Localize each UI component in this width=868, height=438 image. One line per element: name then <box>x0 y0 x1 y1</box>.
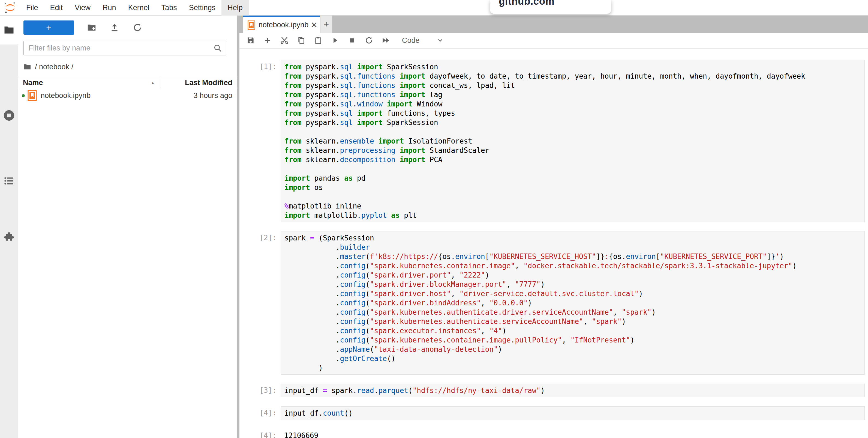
home-folder-icon[interactable] <box>23 62 32 71</box>
folder-icon <box>2 24 16 36</box>
code-cell: [3]:input_df = spark.read.parquet("hdfs:… <box>240 384 868 397</box>
breadcrumb[interactable]: / notebook / <box>18 61 237 72</box>
menu-tabs[interactable]: Tabs <box>155 0 183 16</box>
breadcrumb-path[interactable]: / notebook / <box>35 63 73 71</box>
cell-editor[interactable]: from pyspark.sql import SparkSessionfrom… <box>281 60 865 222</box>
notebook-toolbar: Code <box>240 33 868 49</box>
sidebar-item-table-of-contents[interactable] <box>2 174 16 187</box>
tab-title: notebook.ipynb <box>258 21 308 29</box>
browser-popup: github.com <box>490 0 611 13</box>
execution-prompt: [1]: <box>240 60 281 71</box>
upload-icon[interactable] <box>109 22 120 33</box>
jupyter-logo-icon <box>4 1 17 14</box>
menu-kernel[interactable]: Kernel <box>122 0 155 16</box>
menu-help[interactable]: Help <box>221 0 249 16</box>
restart-kernel-icon[interactable] <box>364 35 374 45</box>
menu-settings[interactable]: Settings <box>183 0 222 16</box>
file-list-item[interactable]: notebook.ipynb 3 hours ago <box>18 89 237 102</box>
stop-icon[interactable] <box>347 35 357 45</box>
menu-run[interactable]: Run <box>96 0 122 16</box>
code-cell: [4]:input_df.count() <box>240 406 868 420</box>
sidebar-item-file-browser[interactable] <box>0 16 18 45</box>
cell-type-select[interactable]: Code <box>402 36 420 45</box>
refresh-icon[interactable] <box>132 22 143 33</box>
menu-bar: File Edit View Run Kernel Tabs Settings … <box>0 0 868 16</box>
filter-files-input[interactable] <box>29 44 213 52</box>
sidebar-item-running-sessions[interactable] <box>2 109 16 122</box>
search-icon <box>213 43 222 53</box>
menu-edit[interactable]: Edit <box>44 0 69 16</box>
execution-prompt: [2]: <box>240 231 281 242</box>
menu-view[interactable]: View <box>69 0 96 16</box>
tab-notebook[interactable]: notebook.ipynb ✕ <box>243 16 320 33</box>
stop-circle-icon <box>3 109 15 122</box>
left-sidebar <box>0 16 18 438</box>
tab-bar: notebook.ipynb ✕ + <box>240 16 868 33</box>
menu-file[interactable]: File <box>20 0 44 16</box>
run-all-icon[interactable] <box>381 35 391 45</box>
panel-splitter[interactable] <box>237 16 240 438</box>
file-modified-time: 3 hours ago <box>193 91 237 100</box>
column-header-last-modified[interactable]: Last Modified <box>160 77 237 89</box>
filter-files-box <box>24 41 226 55</box>
file-browser-panel: + / notebo <box>18 16 237 438</box>
cell-output: 12106669 <box>281 429 865 438</box>
new-launcher-button[interactable]: + <box>24 21 74 35</box>
save-icon[interactable] <box>246 35 255 45</box>
file-browser-toolbar: + <box>18 16 237 35</box>
notebook-file-icon <box>28 90 37 101</box>
kernel-running-dot <box>22 94 25 97</box>
paste-icon[interactable] <box>314 35 323 45</box>
sort-ascending-icon: ▲ <box>151 81 155 85</box>
copy-icon[interactable] <box>297 35 306 45</box>
new-tab-button[interactable]: + <box>320 16 332 33</box>
code-cell: [2]:spark = (SparkSession .builder .mast… <box>240 231 868 375</box>
popup-text: github.com <box>499 0 611 7</box>
column-header-name[interactable]: Name ▲ <box>18 77 160 89</box>
cell-editor[interactable]: spark = (SparkSession .builder .master(f… <box>281 231 865 375</box>
list-icon <box>3 175 15 187</box>
execution-prompt: [4]: <box>240 406 281 417</box>
notebook-cells: [1]:from pyspark.sql import SparkSession… <box>240 49 868 438</box>
close-tab-icon[interactable]: ✕ <box>311 20 317 30</box>
output-prompt: [4]: <box>240 429 281 438</box>
new-folder-icon[interactable] <box>86 22 97 33</box>
execution-prompt: [3]: <box>240 384 281 395</box>
puzzle-icon <box>3 231 15 243</box>
cut-icon[interactable] <box>280 35 289 45</box>
main-area: notebook.ipynb ✕ + <box>240 16 868 438</box>
add-cell-icon[interactable] <box>263 35 272 45</box>
run-icon[interactable] <box>331 35 340 45</box>
file-list-header: Name ▲ Last Modified <box>18 77 237 89</box>
code-cell: [1]:from pyspark.sql import SparkSession… <box>240 60 868 222</box>
sidebar-item-extensions[interactable] <box>2 231 16 244</box>
file-name: notebook.ipynb <box>41 91 91 100</box>
notebook-file-icon <box>248 21 255 30</box>
chevron-down-icon[interactable] <box>437 37 444 44</box>
output-row: [4]:12106669 <box>240 429 868 438</box>
cell-editor[interactable]: input_df = spark.read.parquet("hdfs://hd… <box>281 384 865 397</box>
cell-editor[interactable]: input_df.count() <box>281 406 865 420</box>
